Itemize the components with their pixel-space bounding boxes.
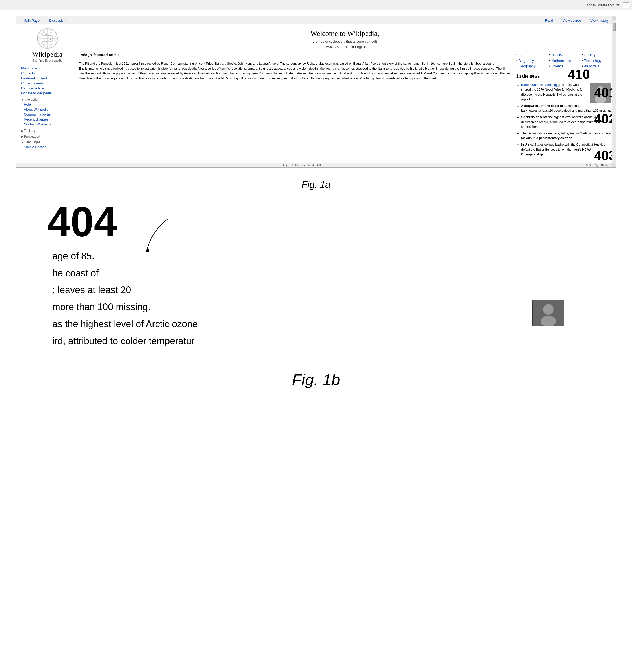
wiki-sidebar: Ω ψ ∫ ƒ ∂ Wikipedia The Free Encyclopedi…	[21, 28, 74, 159]
languages-header[interactable]: Languages	[21, 140, 74, 144]
sidebar-item-help[interactable]: Help	[21, 102, 74, 107]
annotation-410: 410	[568, 65, 590, 85]
interaction-header[interactable]: Interaction	[21, 98, 74, 101]
sidebar-item-random[interactable]: Random article	[21, 86, 74, 91]
sidebar-item-current-events[interactable]: Current events	[21, 81, 74, 86]
tab-main-page[interactable]: Main Page	[21, 18, 42, 24]
sidebar-section-interaction: Interaction Help About Wikipedia Communi…	[21, 98, 74, 127]
svg-point-17	[541, 316, 556, 327]
fig1b-thumbnail	[533, 300, 564, 326]
fig1b-line-5: as the highest level of Arctic ozone	[52, 316, 616, 333]
sidebar-item-recent[interactable]: Recent changes	[21, 117, 74, 122]
wiki-content: Ω ψ ∫ ƒ ∂ Wikipedia The Free Encyclopedi…	[16, 24, 616, 163]
portal-biography[interactable]: Biography	[516, 58, 545, 64]
wiki-two-col: Today's featured article The Pit and the…	[79, 52, 611, 159]
search-icon: Q	[625, 3, 627, 7]
sidebar-item-featured[interactable]: Featured content	[21, 76, 74, 81]
print-header[interactable]: Print/export	[21, 135, 74, 138]
status-icons: ⚙ ▼	[585, 164, 592, 167]
sidebar-item-donate[interactable]: Donate to Wikipedia	[21, 91, 74, 96]
portal-mathematics[interactable]: Mathematics	[549, 58, 578, 64]
fig1b-line-2: he coast of	[52, 265, 616, 282]
portals-grid: Arts History Society Biography Mathemati…	[516, 52, 611, 69]
fig1b-404-number: 404	[47, 201, 117, 243]
sidebar-item-main-page[interactable]: Main page	[21, 66, 74, 71]
sidebar-item-community[interactable]: Community portal	[21, 112, 74, 117]
fig1a-container: Main Page Discussion Read View source Vi…	[0, 10, 632, 173]
login-link[interactable]: Log in / create account	[587, 3, 619, 7]
sidebar-item-about[interactable]: About Wikipedia	[21, 107, 74, 112]
portal-technology[interactable]: Technology	[582, 58, 611, 64]
portal-geography[interactable]: Geography	[516, 64, 545, 69]
scrollbar-knob[interactable]	[613, 23, 616, 31]
fig1a-label: Fig. 1a	[0, 179, 632, 190]
scrollbar-down-button[interactable]: ▼	[612, 163, 616, 167]
sidebar-item-contact[interactable]: Contact Wikipedia	[21, 122, 74, 127]
fig1b-section: 404 age of 85. he coast of ; leaves at l…	[0, 201, 632, 436]
browser-status: Internet | Protected Mode: Off ⚙ ▼ 🔍 100…	[16, 163, 616, 167]
sidebar-section-toolbox: Toolbox	[21, 129, 74, 133]
news-link-blumberg[interactable]: Baruch Samuel Blumberg	[521, 83, 557, 87]
tab-discussion[interactable]: Discussion	[47, 18, 68, 24]
wiki-welcome: Welcome to Wikipedia, the free encyclope…	[79, 28, 611, 49]
featured-article-section: Today's featured article The Pit and the…	[79, 52, 511, 159]
fig1b-line-4: more than 100 missing.	[52, 299, 616, 316]
fig1b-arrow-svg	[126, 214, 178, 266]
svg-text:∂: ∂	[46, 41, 47, 44]
welcome-subheading: the free encyclopedia that anyone can ed…	[79, 39, 611, 44]
portal-history[interactable]: History	[549, 52, 578, 58]
fig1b-line-3: ; leaves at least 20	[52, 282, 616, 299]
wikipedia-globe-icon: Ω ψ ∫ ƒ ∂	[37, 28, 58, 49]
search-button[interactable]: Q	[623, 2, 629, 8]
fig1b-label: Fig. 1b	[16, 371, 616, 389]
portal-society[interactable]: Society	[582, 52, 611, 58]
svg-text:Ω: Ω	[45, 32, 47, 35]
featured-article-header: Today's featured article	[79, 52, 511, 59]
scrollbar-body	[612, 20, 616, 163]
toolbox-header[interactable]: Toolbox	[21, 129, 74, 133]
tab-view-history[interactable]: View history	[588, 18, 611, 24]
wiki-nav-tabs: Main Page Discussion Read View source Vi…	[16, 16, 616, 24]
nav-right-tabs: Read View source View history	[543, 18, 611, 24]
sidebar-item-contents[interactable]: Contents	[21, 71, 74, 76]
wiki-main-content: Welcome to Wikipedia, the free encyclope…	[79, 28, 611, 159]
in-the-news-header: In the news	[516, 73, 611, 81]
scrollbar-up-button[interactable]: ▲	[612, 16, 616, 20]
wiki-page: Main Page Discussion Read View source Vi…	[16, 16, 616, 168]
svg-point-16	[543, 304, 554, 315]
svg-text:ψ: ψ	[48, 34, 49, 37]
fig1b-line-6: ird, attributed to colder temperatur	[52, 333, 616, 350]
tab-read[interactable]: Read	[543, 18, 555, 24]
sidebar-nav: Main page Contents Featured content Curr…	[21, 66, 74, 150]
wiki-subtitle: The Free Encyclopedia	[21, 59, 74, 62]
tab-view-source[interactable]: View source	[560, 18, 583, 24]
status-middle: Internet | Protected Mode: Off	[283, 164, 321, 167]
featured-article-text: The Pit and the Pendulum is a 1961 horro…	[79, 61, 511, 81]
wiki-title: Wikipedia	[21, 51, 74, 58]
portal-arts[interactable]: Arts	[516, 52, 545, 58]
browser-chrome: Log in / create account Q	[0, 0, 632, 10]
wiki-right-col: Arts History Society Biography Mathemati…	[516, 52, 611, 159]
news-item-4: The Democrats for Andorra, led by Antoni…	[521, 131, 611, 141]
sidebar-item-simple-english[interactable]: Simple English	[21, 145, 74, 150]
page-scrollbar[interactable]: ▲ ▼	[612, 16, 616, 167]
welcome-heading: Welcome to Wikipedia,	[79, 28, 611, 39]
svg-text:ƒ: ƒ	[50, 38, 51, 40]
sidebar-section-print: Print/export	[21, 135, 74, 138]
wiki-logo: Ω ψ ∫ ƒ ∂ Wikipedia The Free Encyclopedi…	[21, 28, 74, 62]
sidebar-section-languages: Languages Simple English	[21, 140, 74, 150]
article-count: 3,606,776 articles in English	[79, 44, 611, 49]
